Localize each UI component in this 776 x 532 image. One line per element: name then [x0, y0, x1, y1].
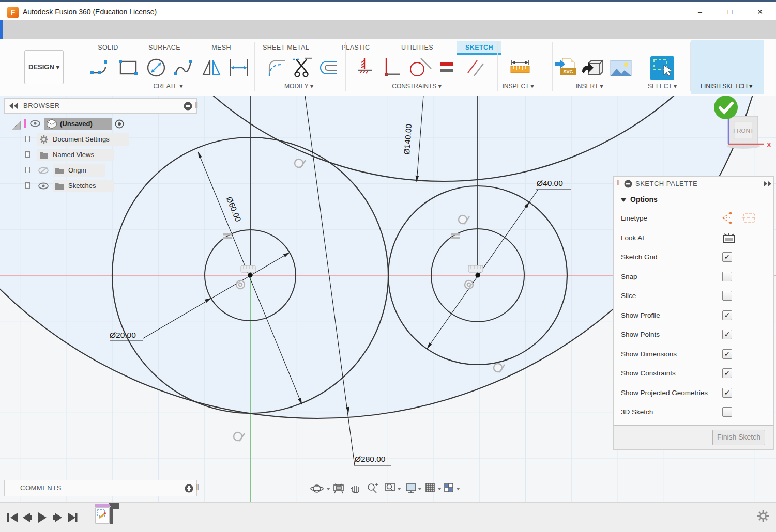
snap-checkbox[interactable] [722, 272, 732, 281]
browser-item-label[interactable]: Sketches [68, 182, 96, 190]
3d-sketch-checkbox[interactable] [722, 407, 732, 417]
section-create[interactable]: CREATE ▾ [137, 83, 199, 90]
expand-arrow-icon[interactable] [26, 152, 29, 157]
timeline-settings-gear-icon[interactable] [756, 509, 770, 523]
palette-collapse-circle-icon[interactable] [624, 180, 632, 188]
tab-surface[interactable]: SURFACE [141, 41, 188, 54]
trim-icon[interactable] [291, 56, 314, 81]
sketch-palette-header[interactable]: ‖ SKETCH PALETTE [613, 176, 774, 191]
browser-collapse-circle-icon[interactable] [184, 102, 192, 111]
show-points-checkbox[interactable]: ✓ [722, 330, 732, 339]
insert-image-icon[interactable] [609, 56, 633, 82]
browser-item-label[interactable]: Document Settings [53, 135, 110, 143]
expand-arrow-icon[interactable] [26, 167, 29, 173]
finish-sketch-button[interactable]: FINISH SKETCH ▾ [695, 83, 757, 90]
fixed-constraint-icon[interactable] [354, 56, 375, 81]
measure-icon[interactable] [509, 56, 531, 81]
finish-sketch-check-icon[interactable] [712, 94, 740, 122]
slice-checkbox[interactable] [722, 291, 732, 301]
step-forward-icon[interactable] [53, 513, 62, 522]
create-circle-icon[interactable] [145, 56, 168, 81]
tab-plastic[interactable]: PLASTIC [333, 41, 378, 54]
show-constraints-checkbox[interactable]: ✓ [722, 368, 732, 378]
go-to-start-icon[interactable] [7, 513, 18, 522]
show-projected-geometries-checkbox[interactable]: ✓ [722, 388, 732, 398]
browser-item-label[interactable]: Named Views [53, 151, 94, 159]
pan-icon[interactable] [351, 486, 359, 493]
activate-radio-icon[interactable] [115, 119, 124, 129]
palette-grip-icon[interactable]: ‖ [617, 179, 620, 187]
section-inspect[interactable]: INSPECT ▾ [487, 83, 549, 90]
collapse-browser-icon[interactable] [9, 102, 19, 109]
section-constraints[interactable]: CONSTRAINTS ▾ [386, 83, 448, 90]
look-at-icon[interactable] [722, 232, 737, 244]
design-workspace-selector[interactable]: DESIGN ▾ [24, 50, 64, 84]
fit-icon[interactable] [386, 483, 394, 491]
browser-item-origin[interactable]: Origin [26, 164, 181, 177]
tab-sketch[interactable]: SKETCH [457, 41, 501, 54]
timeline-marker[interactable] [109, 503, 119, 524]
step-back-icon[interactable] [23, 513, 32, 522]
browser-item-sketches[interactable]: Sketches [26, 180, 181, 192]
options-collapse-icon[interactable] [620, 197, 627, 202]
fillet-icon[interactable] [266, 56, 289, 81]
browser-item-label[interactable]: Origin [68, 166, 86, 174]
go-to-end-icon[interactable] [68, 513, 78, 522]
tangent-constraint-icon[interactable] [407, 56, 432, 81]
display-settings-icon[interactable] [406, 484, 416, 493]
section-modify[interactable]: MODIFY ▾ [268, 83, 330, 90]
tab-sheet-metal[interactable]: SHEET METAL [255, 41, 316, 54]
left-center-point[interactable] [248, 273, 252, 277]
maximize-button[interactable]: □ [723, 6, 737, 18]
comments-bar[interactable]: COMMENTS ‖ [4, 480, 197, 496]
browser-resize-triangle-icon[interactable] [11, 120, 22, 130]
orbit-icon[interactable] [311, 485, 323, 492]
timeline-sketch-feature[interactable] [94, 503, 125, 529]
mirror-icon[interactable] [200, 56, 223, 81]
expand-arrow-icon[interactable] [26, 136, 29, 142]
zoom-icon[interactable] [368, 483, 378, 493]
select-icon[interactable] [650, 56, 675, 81]
dim-label-d280[interactable]: Ø280.00 [355, 455, 386, 463]
look-at-icon[interactable] [334, 484, 343, 493]
visibility-eye-icon[interactable] [30, 119, 40, 128]
section-insert[interactable]: INSERT ▾ [558, 83, 620, 90]
section-select[interactable]: SELECT ▾ [631, 83, 693, 90]
root-document-label[interactable]: (Unsaved) [60, 120, 93, 128]
browser-item-document-settings[interactable]: Document Settings [26, 133, 181, 146]
show-profile-checkbox[interactable]: ✓ [722, 310, 732, 320]
browser-item-named-views[interactable]: Named Views [26, 149, 181, 161]
tab-mesh[interactable]: MESH [202, 41, 241, 54]
grid-icon[interactable] [426, 483, 434, 492]
options-section-title[interactable]: Options [630, 195, 658, 204]
dim-label-d20[interactable]: Ø20.00 [110, 331, 136, 339]
browser-grip-icon[interactable]: ‖ [195, 101, 199, 109]
equal-constraint-icon[interactable] [437, 56, 458, 81]
offset-icon[interactable] [316, 56, 339, 81]
tab-utilities[interactable]: UTILITIES [393, 41, 442, 54]
show-dimensions-checkbox[interactable]: ✓ [722, 349, 732, 359]
close-button[interactable]: ✕ [753, 6, 767, 18]
insert-svg-icon[interactable]: SVG [554, 56, 578, 82]
dim-label-d40[interactable]: Ø40.00 [537, 179, 563, 187]
add-comment-icon[interactable] [185, 484, 193, 493]
sketch-grid-checkbox[interactable]: ✓ [722, 252, 732, 262]
viewcube-front-face[interactable]: FRONT [733, 128, 754, 134]
expand-arrow-icon[interactable] [26, 183, 29, 188]
timeline-playback-controls[interactable] [6, 510, 89, 525]
visibility-off-eye-icon[interactable] [38, 166, 49, 175]
navigation-toolbar[interactable] [309, 480, 464, 497]
insert-mesh-icon[interactable] [580, 56, 604, 82]
centerline-linetype-icon[interactable] [742, 214, 756, 222]
right-center-point[interactable] [475, 273, 480, 277]
finish-sketch-palette-button[interactable]: Finish Sketch [712, 430, 765, 445]
construction-linetype-icon[interactable] [722, 212, 758, 224]
comments-grip-icon[interactable]: ‖ [196, 483, 200, 492]
sketch-dimension-icon[interactable] [227, 56, 250, 81]
create-rectangle-icon[interactable] [117, 56, 140, 81]
minimize-button[interactable]: – [693, 6, 707, 18]
nav-dropdown-carets[interactable] [326, 488, 460, 490]
browser-panel-header[interactable]: BROWSER ‖ [4, 98, 197, 114]
viewports-icon[interactable] [445, 483, 453, 492]
tab-solid[interactable]: SOLID [88, 41, 128, 54]
